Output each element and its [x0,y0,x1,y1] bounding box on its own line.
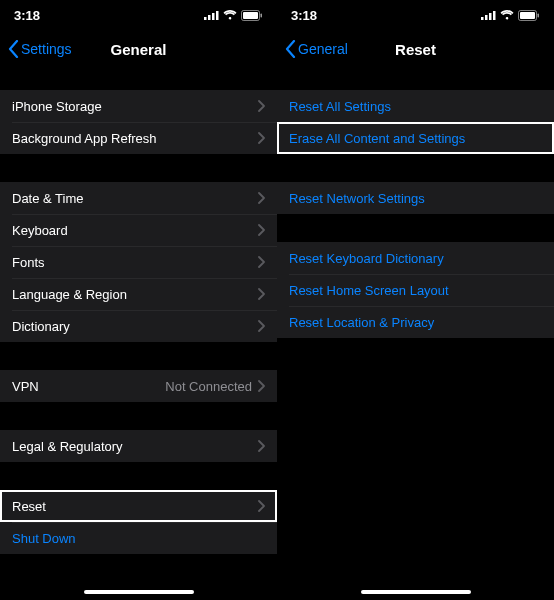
settings-group: VPNNot Connected [0,370,277,402]
chevron-left-icon [285,40,296,58]
svg-rect-6 [261,13,263,17]
settings-group: iPhone StorageBackground App Refresh [0,90,277,154]
nav-bar: Settings General [0,30,277,68]
row-label: Background App Refresh [12,131,258,146]
row-fonts[interactable]: Fonts [0,246,277,278]
row-label: iPhone Storage [12,99,258,114]
wifi-icon [500,10,514,20]
row-label: Reset Home Screen Layout [289,283,542,298]
row-label: Legal & Regulatory [12,439,258,454]
row-label: Keyboard [12,223,258,238]
svg-rect-10 [493,11,496,20]
row-label: Dictionary [12,319,258,334]
wifi-icon [223,10,237,20]
row-value: Not Connected [165,379,252,394]
settings-group: ResetShut Down [0,490,277,554]
row-shut-down[interactable]: Shut Down [0,522,277,554]
svg-rect-7 [481,17,484,20]
row-label: Reset Keyboard Dictionary [289,251,542,266]
row-label: Reset All Settings [289,99,542,114]
status-bar: 3:18 [277,0,554,30]
phone-reset: 3:18 General Reset Re [277,0,554,600]
settings-list: Reset All SettingsErase All Content and … [277,68,554,600]
svg-rect-9 [489,13,492,20]
home-indicator[interactable] [361,590,471,594]
chevron-right-icon [258,500,265,512]
row-label: Fonts [12,255,258,270]
settings-group: Reset Keyboard DictionaryReset Home Scre… [277,242,554,338]
svg-rect-2 [212,13,215,20]
row-reset-network-settings[interactable]: Reset Network Settings [277,182,554,214]
svg-rect-1 [208,15,211,20]
svg-rect-12 [520,12,535,19]
row-reset-home-screen-layout[interactable]: Reset Home Screen Layout [277,274,554,306]
back-label: General [298,41,348,57]
chevron-right-icon [258,440,265,452]
row-label: Date & Time [12,191,258,206]
row-label: Reset [12,499,258,514]
phone-general: 3:18 Settings General [0,0,277,600]
chevron-right-icon [258,256,265,268]
row-reset-all-settings[interactable]: Reset All Settings [277,90,554,122]
status-indicators [481,10,540,21]
row-reset-location-privacy[interactable]: Reset Location & Privacy [277,306,554,338]
battery-icon [241,10,263,21]
chevron-right-icon [258,320,265,332]
svg-rect-8 [485,15,488,20]
row-label: Language & Region [12,287,258,302]
status-indicators [204,10,263,21]
chevron-right-icon [258,288,265,300]
row-background-app-refresh[interactable]: Background App Refresh [0,122,277,154]
chevron-right-icon [258,224,265,236]
settings-group: Date & TimeKeyboardFontsLanguage & Regio… [0,182,277,342]
row-date-time[interactable]: Date & Time [0,182,277,214]
row-label: Shut Down [12,531,265,546]
status-time: 3:18 [14,8,40,23]
cellular-icon [481,10,496,20]
row-vpn[interactable]: VPNNot Connected [0,370,277,402]
row-label: Reset Location & Privacy [289,315,542,330]
svg-rect-5 [243,12,258,19]
home-indicator[interactable] [84,590,194,594]
row-dictionary[interactable]: Dictionary [0,310,277,342]
row-label: VPN [12,379,165,394]
settings-group: Reset All SettingsErase All Content and … [277,90,554,154]
chevron-left-icon [8,40,19,58]
back-button[interactable]: General [285,40,348,58]
nav-bar: General Reset [277,30,554,68]
battery-icon [518,10,540,21]
back-button[interactable]: Settings [8,40,72,58]
cellular-icon [204,10,219,20]
status-bar: 3:18 [0,0,277,30]
row-iphone-storage[interactable]: iPhone Storage [0,90,277,122]
row-reset-keyboard-dictionary[interactable]: Reset Keyboard Dictionary [277,242,554,274]
settings-group: Legal & Regulatory [0,430,277,462]
row-reset[interactable]: Reset [0,490,277,522]
chevron-right-icon [258,192,265,204]
row-language-region[interactable]: Language & Region [0,278,277,310]
chevron-right-icon [258,100,265,112]
back-label: Settings [21,41,72,57]
settings-list: iPhone StorageBackground App RefreshDate… [0,68,277,600]
svg-rect-3 [216,11,219,20]
row-erase-all-content[interactable]: Erase All Content and Settings [277,122,554,154]
settings-group: Reset Network Settings [277,182,554,214]
row-label: Reset Network Settings [289,191,542,206]
chevron-right-icon [258,132,265,144]
svg-rect-0 [204,17,207,20]
status-time: 3:18 [291,8,317,23]
row-legal-regulatory[interactable]: Legal & Regulatory [0,430,277,462]
row-label: Erase All Content and Settings [289,131,542,146]
chevron-right-icon [258,380,265,392]
svg-rect-13 [538,13,540,17]
row-keyboard[interactable]: Keyboard [0,214,277,246]
